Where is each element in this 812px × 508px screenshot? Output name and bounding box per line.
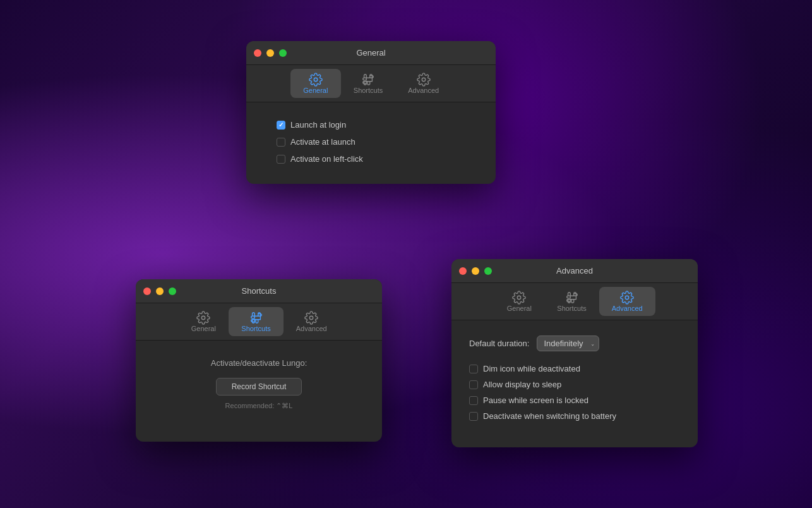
gear-icon-s [196, 311, 210, 325]
window-controls-shortcuts [143, 287, 176, 295]
checkbox-row-activate-leftclick: Activate on left-click [277, 154, 465, 164]
advanced-content: Default duration: Indefinitely 1 hour 2 … [451, 320, 698, 447]
shortcuts-tab-bar: General Shortcuts Advanced [136, 303, 382, 341]
adv-checkbox-row-sleep: Allow display to sleep [469, 380, 680, 389]
maximize-button-shortcuts[interactable] [169, 287, 176, 295]
maximize-button-general[interactable] [279, 49, 287, 57]
tab-advanced-general[interactable]: General [494, 287, 544, 316]
checkbox-activate-leftclick[interactable] [277, 155, 285, 164]
duration-select[interactable]: Indefinitely 1 hour 2 hours 4 hours 8 ho… [537, 336, 599, 351]
label-activate-leftclick: Activate on left-click [290, 154, 363, 164]
close-button-advanced[interactable] [459, 267, 467, 275]
tab-shortcuts-shortcuts[interactable]: Shortcuts [229, 307, 283, 336]
tab-advanced-shortcuts-label: Shortcuts [557, 305, 586, 312]
shortcuts-content: Activate/deactivate Lungo: Record Shortc… [136, 341, 382, 442]
general-titlebar: General [246, 41, 496, 65]
shortcuts-window: Shortcuts General Shortcuts Advanced Act… [136, 279, 382, 442]
label-activate-launch: Activate at launch [290, 137, 355, 147]
command-icon-a [565, 291, 579, 305]
command-icon-active [249, 311, 263, 325]
checkbox-pause-locked[interactable] [469, 396, 478, 405]
general-content: Launch at login Activate at launch Activ… [246, 102, 496, 184]
tab-general-shortcuts[interactable]: Shortcuts [341, 69, 395, 98]
tab-shortcuts-general-label: General [191, 325, 216, 332]
label-allow-sleep: Allow display to sleep [483, 380, 561, 389]
window-controls-general [254, 49, 287, 57]
adv-checkbox-row-dim: Dim icon while deactivated [469, 364, 680, 373]
tab-general-general-label: General [303, 87, 328, 94]
checkbox-activate-launch[interactable] [277, 138, 285, 147]
tab-advanced-advanced[interactable]: Advanced [599, 287, 655, 316]
window-controls-advanced [459, 267, 492, 275]
label-deactivate-battery: Deactivate when switching to battery [483, 411, 616, 421]
shortcut-section-label: Activate/deactivate Lungo: [151, 358, 367, 368]
tab-general-advanced[interactable]: Advanced [395, 69, 451, 98]
adv-checkbox-row-battery: Deactivate when switching to battery [469, 411, 680, 421]
record-shortcut-button[interactable]: Record Shortcut [216, 378, 302, 396]
checkbox-row-activate-launch: Activate at launch [277, 137, 465, 147]
label-launch-login: Launch at login [290, 120, 346, 130]
recommended-text: Recommended: ⌃⌘L [151, 402, 367, 410]
advanced-window: Advanced General Shortcuts Advanced Defa [451, 259, 698, 447]
checkbox-row-launch-login: Launch at login [277, 120, 465, 130]
shortcuts-titlebar: Shortcuts [136, 279, 382, 303]
checkbox-dim-icon[interactable] [469, 365, 478, 373]
advanced-window-title: Advanced [556, 266, 593, 275]
checkbox-deactivate-battery[interactable] [469, 412, 478, 421]
maximize-button-advanced[interactable] [484, 267, 492, 275]
tab-shortcuts-shortcuts-label: Shortcuts [241, 325, 270, 332]
tab-general-shortcuts-label: Shortcuts [354, 87, 383, 94]
minimize-button-advanced[interactable] [472, 267, 479, 275]
tab-advanced-shortcuts[interactable]: Shortcuts [544, 287, 599, 316]
command-icon [361, 73, 375, 87]
tab-shortcuts-general[interactable]: General [178, 307, 229, 336]
tab-general-advanced-label: Advanced [408, 87, 439, 94]
gear-icon [309, 73, 323, 87]
duration-select-wrapper[interactable]: Indefinitely 1 hour 2 hours 4 hours 8 ho… [537, 336, 599, 351]
gear-icon-a [512, 291, 526, 305]
general-tab-bar: General Shortcuts Advanced [246, 65, 496, 102]
duration-label: Default duration: [469, 339, 529, 348]
gear-badge-icon-s [304, 311, 318, 325]
close-button-shortcuts[interactable] [143, 287, 151, 295]
advanced-tab-bar: General Shortcuts Advanced [451, 283, 698, 320]
adv-checkbox-row-locked: Pause while screen is locked [469, 396, 680, 405]
label-pause-locked: Pause while screen is locked [483, 396, 588, 405]
minimize-button-general[interactable] [266, 49, 274, 57]
duration-row: Default duration: Indefinitely 1 hour 2 … [469, 336, 680, 351]
label-dim-icon: Dim icon while deactivated [483, 364, 580, 373]
tab-general-general[interactable]: General [290, 69, 341, 98]
tab-shortcuts-advanced-label: Advanced [296, 325, 327, 332]
tab-advanced-general-label: General [507, 305, 532, 312]
general-window: General General Shortcuts Advanced [246, 41, 496, 184]
tab-shortcuts-advanced[interactable]: Advanced [284, 307, 340, 336]
minimize-button-shortcuts[interactable] [156, 287, 164, 295]
checkbox-launch-login[interactable] [277, 121, 285, 130]
advanced-gear-icon [417, 73, 431, 87]
tab-advanced-advanced-label: Advanced [612, 305, 643, 312]
shortcuts-window-title: Shortcuts [242, 286, 277, 296]
close-button-general[interactable] [254, 49, 261, 57]
checkbox-allow-sleep[interactable] [469, 380, 478, 389]
advanced-titlebar: Advanced [451, 259, 698, 283]
general-window-title: General [356, 48, 385, 57]
gear-badge-icon-a [620, 291, 634, 305]
